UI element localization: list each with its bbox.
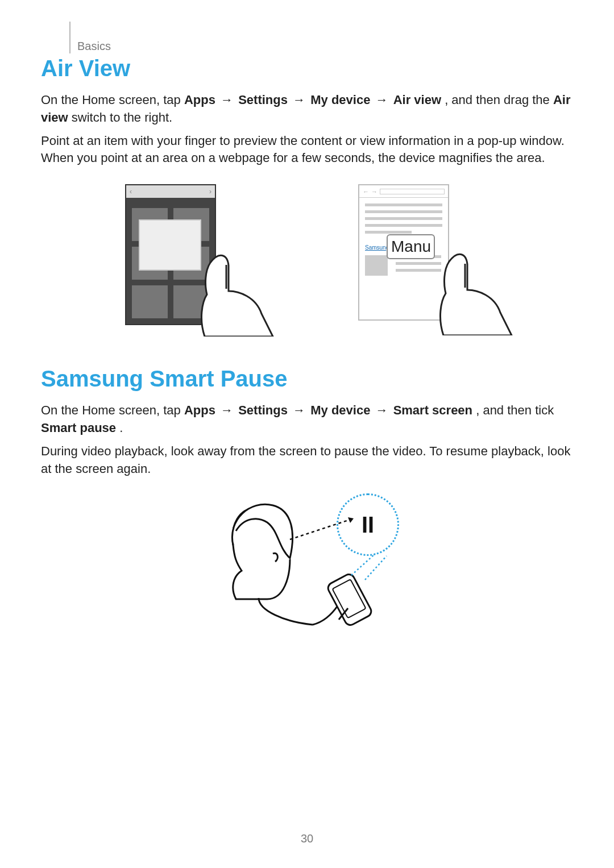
arrow-icon: → xyxy=(291,403,307,417)
forward-arrow-icon: → xyxy=(371,188,377,195)
text: switch to the right. xyxy=(72,110,172,124)
text: . xyxy=(119,421,123,435)
path-my-device: My device xyxy=(310,403,370,417)
path-air-view: Air view xyxy=(393,93,441,107)
text: On the Home screen, tap xyxy=(41,93,184,107)
smart-pause-figure: II xyxy=(41,491,573,639)
text-line xyxy=(365,217,442,220)
text-line xyxy=(365,224,442,227)
chevron-right-icon: › xyxy=(209,188,211,196)
arrow-icon: → xyxy=(374,403,390,417)
arrow-icon: → xyxy=(219,403,235,417)
smart-pause-intro: On the Home screen, tap Apps → Settings … xyxy=(41,402,573,437)
text-line xyxy=(365,210,442,213)
pause-indicator: II xyxy=(337,493,399,556)
browser-thumb xyxy=(365,255,388,276)
gallery-topbar: ‹ › xyxy=(126,185,215,198)
pointing-hand-icon xyxy=(426,239,523,335)
back-arrow-icon: ← xyxy=(363,188,369,195)
gallery-cell xyxy=(132,285,168,318)
arrow-icon: → xyxy=(291,93,307,107)
path-smart-pause: Smart pause xyxy=(41,421,116,435)
heading-air-view: Air View xyxy=(41,56,573,81)
browser-topbar: ← → xyxy=(359,185,448,198)
text-line xyxy=(365,203,442,206)
text: , and then tick xyxy=(476,403,554,417)
url-field xyxy=(380,189,445,194)
text: On the Home screen, tap xyxy=(41,403,184,417)
page-number: 30 xyxy=(0,832,614,845)
figure-smart-pause: II xyxy=(205,491,409,639)
heading-smart-pause: Samsung Smart Pause xyxy=(41,366,573,392)
figure-gallery-hover: ‹ › xyxy=(125,184,256,332)
air-view-figures: ‹ › ← xyxy=(41,184,573,332)
path-apps: Apps xyxy=(184,403,215,417)
chevron-left-icon: ‹ xyxy=(130,188,132,196)
text-line xyxy=(365,231,412,234)
path-my-device: My device xyxy=(310,93,370,107)
path-settings: Settings xyxy=(238,403,288,417)
pointing-hand-icon xyxy=(188,240,284,337)
smart-pause-desc: During video playback, look away from th… xyxy=(41,443,573,478)
path-apps: Apps xyxy=(184,93,215,107)
text: , and then drag the xyxy=(445,93,553,107)
arrow-icon: → xyxy=(374,93,390,107)
path-settings: Settings xyxy=(238,93,288,107)
arrow-icon: → xyxy=(219,93,235,107)
air-view-intro: On the Home screen, tap Apps → Settings … xyxy=(41,92,573,127)
header-section-label: Basics xyxy=(77,40,111,53)
header-rule xyxy=(69,22,70,53)
air-view-desc: Point at an item with your finger to pre… xyxy=(41,132,573,168)
pause-icon: II xyxy=(362,512,374,538)
figure-browser-magnify: ← → Samsung User Man xyxy=(358,184,489,332)
path-smart-screen: Smart screen xyxy=(393,403,472,417)
magnified-text: Manu xyxy=(391,238,431,256)
